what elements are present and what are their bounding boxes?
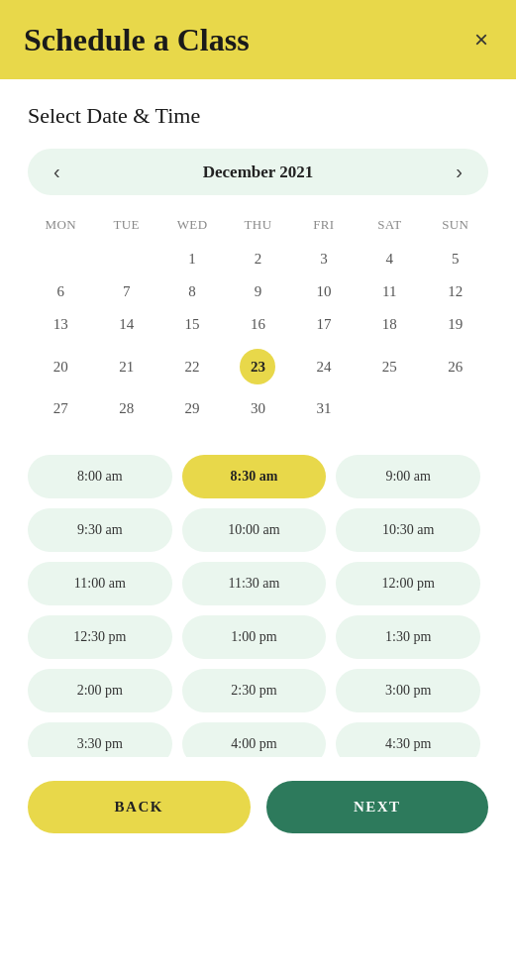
calendar-day — [423, 392, 488, 425]
calendar-day[interactable]: 5 — [423, 243, 488, 275]
calendar-day — [357, 392, 422, 425]
time-slot[interactable]: 2:30 pm — [182, 669, 327, 712]
calendar-day[interactable]: 18 — [357, 308, 422, 341]
selected-day-circle: 23 — [240, 349, 275, 384]
calendar-day[interactable]: 23 — [225, 341, 290, 392]
calendar-day[interactable]: 11 — [357, 275, 422, 308]
month-label: December 2021 — [203, 163, 314, 182]
calendar-day[interactable]: 7 — [93, 275, 158, 308]
calendar-day-header: THU — [225, 211, 290, 243]
time-slot[interactable]: 9:00 am — [336, 455, 480, 498]
calendar-day[interactable]: 2 — [225, 243, 290, 275]
calendar-day-header: TUE — [93, 211, 158, 243]
calendar-day[interactable]: 4 — [357, 243, 422, 275]
time-slot[interactable]: 8:00 am — [28, 455, 172, 498]
time-scroll-area[interactable]: 8:00 am8:30 am9:00 am9:30 am10:00 am10:3… — [28, 455, 488, 757]
calendar-day[interactable]: 25 — [357, 341, 422, 392]
calendar-day-header: WED — [159, 211, 225, 243]
calendar-day[interactable]: 1 — [159, 243, 225, 275]
next-button[interactable]: NEXT — [266, 781, 489, 833]
calendar-day[interactable]: 27 — [28, 392, 93, 425]
main-content: Select Date & Time ‹ December 2021 › MON… — [0, 79, 516, 757]
calendar-day[interactable]: 24 — [291, 341, 357, 392]
footer: BACK NEXT — [0, 757, 516, 865]
time-grid: 8:00 am8:30 am9:00 am9:30 am10:00 am10:3… — [28, 455, 480, 757]
calendar-day-header: FRI — [291, 211, 357, 243]
calendar-nav: ‹ December 2021 › — [28, 149, 488, 195]
calendar-day[interactable]: 26 — [423, 341, 488, 392]
calendar-day[interactable]: 29 — [159, 392, 225, 425]
time-slot[interactable]: 1:30 pm — [336, 615, 480, 659]
calendar-day[interactable]: 19 — [423, 308, 488, 341]
time-slot[interactable]: 2:00 pm — [28, 669, 172, 712]
time-slot[interactable]: 11:00 am — [28, 562, 172, 605]
time-slot[interactable]: 10:00 am — [182, 508, 327, 552]
calendar-day[interactable]: 8 — [159, 275, 225, 308]
time-slot[interactable]: 9:30 am — [28, 508, 172, 552]
back-button[interactable]: BACK — [28, 781, 251, 833]
time-slot[interactable]: 4:00 pm — [182, 722, 327, 757]
prev-month-button[interactable]: ‹ — [48, 159, 66, 185]
page-title: Schedule a Class — [24, 21, 250, 58]
calendar-day-header: MON — [28, 211, 93, 243]
time-slot[interactable]: 3:30 pm — [28, 722, 172, 757]
time-section: 8:00 am8:30 am9:00 am9:30 am10:00 am10:3… — [28, 455, 488, 757]
calendar-day[interactable]: 17 — [291, 308, 357, 341]
time-slot[interactable]: 4:30 pm — [336, 722, 480, 757]
calendar-grid: MONTUEWEDTHUFRISATSUN 123456789101112131… — [28, 211, 488, 425]
calendar-day[interactable]: 12 — [423, 275, 488, 308]
calendar-day[interactable]: 13 — [28, 308, 93, 341]
calendar-day[interactable]: 9 — [225, 275, 290, 308]
calendar-day-header: SUN — [423, 211, 488, 243]
calendar-day[interactable]: 30 — [225, 392, 290, 425]
next-month-button[interactable]: › — [450, 159, 468, 185]
calendar-day[interactable]: 3 — [291, 243, 357, 275]
time-slot[interactable]: 8:30 am — [182, 455, 327, 498]
time-slot[interactable]: 12:00 pm — [336, 562, 480, 605]
calendar-day[interactable]: 31 — [291, 392, 357, 425]
calendar-day-header: SAT — [357, 211, 422, 243]
time-slot[interactable]: 3:00 pm — [336, 669, 480, 712]
calendar-day[interactable]: 15 — [159, 308, 225, 341]
calendar-day[interactable]: 28 — [93, 392, 158, 425]
time-slot[interactable]: 1:00 pm — [182, 615, 327, 659]
calendar-day[interactable]: 22 — [159, 341, 225, 392]
section-date-time-label: Select Date & Time — [28, 103, 488, 129]
header: Schedule a Class × — [0, 0, 516, 79]
calendar-day — [93, 243, 158, 275]
calendar-day[interactable]: 6 — [28, 275, 93, 308]
calendar-day — [28, 243, 93, 275]
close-button[interactable]: × — [470, 24, 492, 55]
time-slot[interactable]: 10:30 am — [336, 508, 480, 552]
time-slot[interactable]: 11:30 am — [182, 562, 327, 605]
calendar-day[interactable]: 21 — [93, 341, 158, 392]
calendar-day[interactable]: 16 — [225, 308, 290, 341]
calendar-day[interactable]: 20 — [28, 341, 93, 392]
calendar-day[interactable]: 14 — [93, 308, 158, 341]
time-slot[interactable]: 12:30 pm — [28, 615, 172, 659]
calendar-day[interactable]: 10 — [291, 275, 357, 308]
